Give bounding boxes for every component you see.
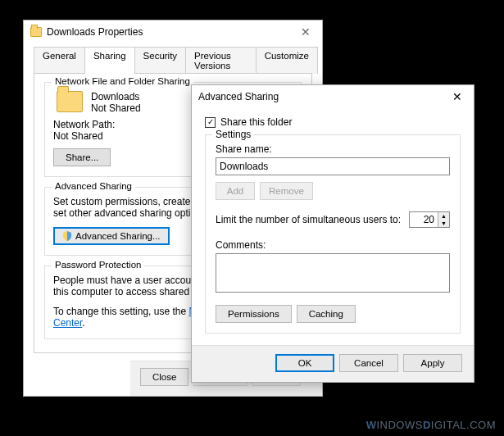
advanced-sharing-footer: OK Cancel Apply bbox=[192, 345, 474, 382]
limit-users-spinner[interactable]: ▲ ▼ bbox=[409, 211, 450, 228]
advanced-sharing-legend: Advanced Sharing bbox=[52, 181, 135, 191]
tab-security[interactable]: Security bbox=[134, 47, 187, 74]
password-desc2-prefix: To change this setting, use the bbox=[53, 306, 188, 317]
share-this-folder-label: Share this folder bbox=[220, 116, 292, 128]
spinner-down-icon[interactable]: ▼ bbox=[438, 220, 449, 227]
add-button: Add bbox=[216, 182, 255, 200]
properties-titlebar: Downloads Properties ✕ bbox=[24, 20, 322, 43]
share-this-folder-checkbox[interactable]: ✓ bbox=[205, 117, 216, 128]
cancel-button[interactable]: Cancel bbox=[339, 354, 398, 372]
share-status: Not Shared bbox=[91, 102, 141, 114]
shield-icon bbox=[62, 231, 72, 241]
limit-users-input[interactable] bbox=[410, 212, 438, 227]
close-icon[interactable]: ✕ bbox=[447, 90, 467, 103]
remove-button: Remove bbox=[260, 182, 313, 200]
permissions-button[interactable]: Permissions bbox=[216, 305, 292, 323]
watermark: WINDOWSDIGITAL.COM bbox=[366, 419, 496, 431]
caching-button[interactable]: Caching bbox=[297, 305, 356, 323]
password-protection-legend: Password Protection bbox=[52, 260, 144, 270]
comments-label: Comments: bbox=[216, 239, 450, 251]
share-folder-icon bbox=[57, 91, 83, 112]
share-name-input[interactable] bbox=[216, 157, 450, 175]
comments-input[interactable] bbox=[216, 253, 450, 293]
advanced-sharing-body: ✓ Share this folder Settings Share name:… bbox=[192, 108, 474, 345]
advanced-sharing-title: Advanced Sharing bbox=[198, 91, 279, 102]
tab-previous-versions[interactable]: Previous Versions bbox=[185, 47, 257, 74]
limit-users-label: Limit the number of simultaneous users t… bbox=[216, 214, 401, 225]
tab-sharing[interactable]: Sharing bbox=[84, 47, 135, 74]
tab-customize[interactable]: Customize bbox=[256, 47, 318, 74]
advanced-sharing-dialog: Advanced Sharing ✕ ✓ Share this folder S… bbox=[191, 84, 474, 383]
network-sharing-legend: Network File and Folder Sharing bbox=[52, 76, 193, 86]
properties-tabs: General Sharing Security Previous Versio… bbox=[34, 47, 317, 74]
properties-title: Downloads Properties bbox=[47, 26, 143, 38]
spinner-up-icon[interactable]: ▲ bbox=[438, 212, 449, 220]
share-name-label: Share name: bbox=[216, 143, 450, 155]
apply-button[interactable]: Apply bbox=[403, 354, 462, 372]
settings-group: Settings Share name: Add Remove Limit th… bbox=[205, 134, 461, 334]
advanced-sharing-button-label: Advanced Sharing... bbox=[75, 231, 161, 241]
share-button[interactable]: Share... bbox=[53, 148, 111, 166]
ok-button[interactable]: OK bbox=[275, 354, 334, 372]
close-button[interactable]: Close bbox=[140, 368, 188, 386]
close-icon[interactable]: ✕ bbox=[296, 25, 316, 39]
advanced-sharing-titlebar: Advanced Sharing ✕ bbox=[192, 85, 474, 108]
tab-general[interactable]: General bbox=[34, 47, 85, 74]
folder-icon bbox=[30, 27, 42, 37]
share-this-folder-row: ✓ Share this folder bbox=[205, 116, 461, 128]
advanced-sharing-button[interactable]: Advanced Sharing... bbox=[53, 227, 170, 245]
settings-legend: Settings bbox=[212, 129, 254, 140]
share-name: Downloads bbox=[91, 91, 141, 102]
